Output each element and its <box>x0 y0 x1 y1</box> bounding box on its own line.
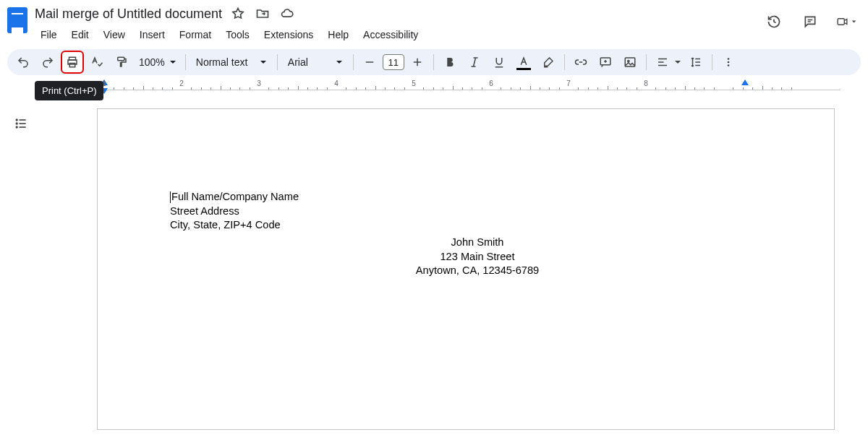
menu-help[interactable]: Help <box>322 26 354 43</box>
svg-point-10 <box>727 64 729 66</box>
title-bar: Mail merge of Untitled document File Edi… <box>0 0 868 45</box>
svg-point-9 <box>727 61 729 64</box>
move-folder-icon[interactable] <box>254 5 271 22</box>
history-icon[interactable] <box>764 12 784 32</box>
ruler-label: 8 <box>644 79 648 87</box>
recipient-line-2: 123 Main Street <box>398 250 557 264</box>
font-value: Arial <box>288 56 308 68</box>
ruler-label: 7 <box>566 79 571 87</box>
align-dropdown[interactable] <box>652 52 673 72</box>
style-value: Normal text <box>196 56 248 68</box>
print-button[interactable] <box>62 52 82 72</box>
line-spacing-button[interactable] <box>686 52 706 72</box>
toolbar: 100% Normal text Arial <box>7 49 861 75</box>
svg-rect-4 <box>118 57 124 61</box>
svg-point-8 <box>727 58 729 60</box>
cloud-status-icon[interactable] <box>278 5 296 22</box>
paint-format-button[interactable] <box>111 52 132 72</box>
menu-bar: File Edit View Insert Format Tools Exten… <box>35 26 424 43</box>
menu-extensions[interactable]: Extensions <box>258 26 319 43</box>
separator <box>712 54 712 70</box>
underline-button[interactable] <box>489 52 509 72</box>
document-title[interactable]: Mail merge of Untitled document <box>35 7 222 22</box>
italic-button[interactable] <box>464 52 485 72</box>
highlight-color-button[interactable] <box>538 52 558 72</box>
sender-address-block[interactable]: Full Name/Company Name Street Address Ci… <box>170 190 299 233</box>
ruler-label: 3 <box>257 79 261 87</box>
recipient-address-block[interactable]: John Smith 123 Main Street Anytown, CA, … <box>398 236 557 278</box>
menu-edit[interactable]: Edit <box>66 26 95 43</box>
recipient-line-1: John Smith <box>398 236 557 250</box>
docs-logo-icon[interactable] <box>7 7 27 33</box>
horizontal-ruler[interactable]: 12345678 <box>45 81 841 95</box>
spellcheck-button[interactable] <box>87 52 107 72</box>
show-outline-button[interactable] <box>10 113 32 134</box>
zoom-value: 100% <box>139 56 165 68</box>
styles-dropdown[interactable]: Normal text <box>192 56 271 68</box>
insert-image-button[interactable] <box>620 52 640 72</box>
caret-down-icon <box>336 56 343 68</box>
comments-icon[interactable] <box>800 12 820 32</box>
caret-down-icon <box>260 56 267 68</box>
more-button[interactable] <box>718 52 739 72</box>
ruler-label: 5 <box>412 79 416 87</box>
ruler-label: 6 <box>489 79 493 87</box>
separator <box>277 54 278 70</box>
svg-rect-0 <box>838 19 844 25</box>
decrease-font-size-button[interactable] <box>359 52 380 72</box>
caret-down-icon <box>169 56 176 68</box>
menu-accessibility[interactable]: Accessibility <box>357 26 424 43</box>
document-page[interactable]: Full Name/Company Name Street Address Ci… <box>97 108 835 430</box>
sender-line-2: Street Address <box>170 204 299 219</box>
star-icon[interactable] <box>229 5 247 22</box>
increase-font-size-button[interactable] <box>407 52 427 72</box>
menu-format[interactable]: Format <box>174 26 217 43</box>
menu-insert[interactable]: Insert <box>134 26 171 43</box>
separator <box>564 54 565 70</box>
font-size-input[interactable] <box>383 54 404 70</box>
svg-point-11 <box>16 119 17 121</box>
menu-tools[interactable]: Tools <box>220 26 255 43</box>
font-dropdown[interactable]: Arial <box>284 56 347 68</box>
print-tooltip: Print (Ctrl+P) <box>35 81 103 100</box>
svg-point-12 <box>16 123 17 124</box>
svg-point-13 <box>16 126 17 128</box>
insert-link-button[interactable] <box>571 52 591 72</box>
sender-line-1: Full Name/Company Name <box>171 191 299 202</box>
separator <box>646 54 647 70</box>
separator <box>185 54 186 70</box>
svg-point-7 <box>627 60 629 61</box>
recipient-line-3: Anytown, CA, 12345-6789 <box>398 264 557 278</box>
ruler-label: 4 <box>334 79 339 87</box>
undo-button[interactable] <box>13 52 33 72</box>
caret-down-icon <box>674 56 681 68</box>
zoom-dropdown[interactable]: 100% <box>136 56 179 68</box>
menu-view[interactable]: View <box>98 26 131 43</box>
separator <box>433 54 434 70</box>
text-color-button[interactable] <box>514 52 534 72</box>
separator <box>353 54 354 70</box>
redo-button[interactable] <box>38 52 58 72</box>
ruler-label: 2 <box>179 79 184 87</box>
add-comment-button[interactable] <box>595 52 616 72</box>
meet-button[interactable] <box>836 12 856 32</box>
menu-file[interactable]: File <box>35 26 63 43</box>
sender-line-3: City, State, ZIP+4 Code <box>170 218 299 233</box>
bold-button[interactable] <box>440 52 460 72</box>
